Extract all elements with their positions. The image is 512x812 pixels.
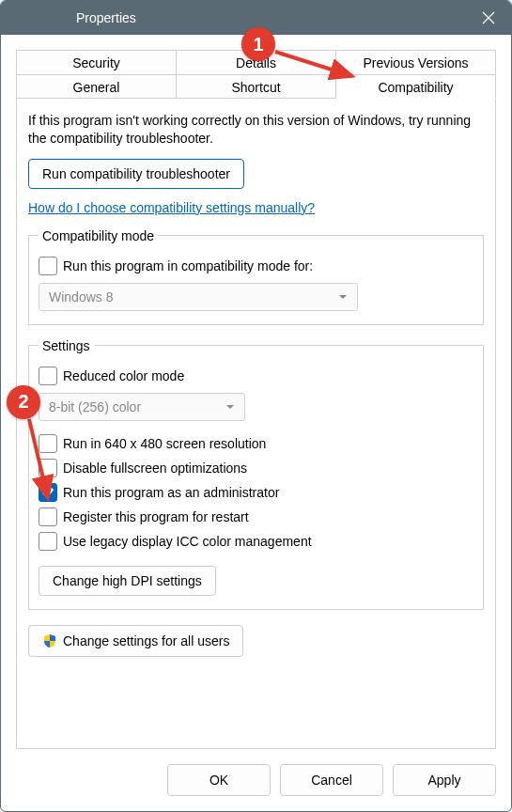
tab-general[interactable]: General bbox=[16, 74, 177, 99]
annotation-arrow-1 bbox=[272, 46, 365, 84]
annotation-step-1: 1 bbox=[241, 27, 275, 61]
annotation-step-2: 2 bbox=[7, 385, 40, 419]
settings-legend: Settings bbox=[39, 338, 94, 353]
register-restart-checkbox[interactable] bbox=[39, 508, 57, 526]
tab-security[interactable]: Security bbox=[16, 50, 177, 74]
compatibility-mode-legend: Compatibility mode bbox=[39, 228, 158, 243]
shield-icon bbox=[42, 633, 57, 648]
tab-body-compatibility: If this program isn't working correctly … bbox=[16, 98, 496, 749]
run-troubleshooter-button[interactable]: Run compatibility troubleshooter bbox=[28, 159, 244, 189]
reduced-color-label: Reduced color mode bbox=[63, 368, 184, 383]
content-area: 1 Security Details Previous Versions Gen… bbox=[1, 35, 511, 749]
legacy-icc-label: Use legacy display ICC color management bbox=[63, 534, 312, 549]
legacy-icc-checkbox[interactable] bbox=[39, 532, 57, 551]
dialog-footer: OK Cancel Apply bbox=[1, 749, 511, 811]
run-compatibility-mode-checkbox[interactable] bbox=[39, 257, 57, 275]
svg-line-3 bbox=[29, 419, 48, 498]
compatibility-os-select: Windows 8 bbox=[39, 283, 358, 311]
run-compatibility-mode-label: Run this program in compatibility mode f… bbox=[63, 258, 313, 273]
properties-window: Properties 1 Security Details Previous V… bbox=[0, 0, 512, 812]
disable-fullscreen-label: Disable fullscreen optimizations bbox=[63, 461, 247, 476]
chevron-down-icon bbox=[225, 402, 235, 412]
window-title: Properties bbox=[1, 10, 466, 25]
change-dpi-button[interactable]: Change high DPI settings bbox=[39, 566, 216, 596]
change-all-users-label: Change settings for all users bbox=[63, 633, 229, 648]
register-restart-label: Register this program for restart bbox=[63, 509, 249, 524]
compatibility-os-value: Windows 8 bbox=[49, 289, 113, 304]
color-depth-select: 8-bit (256) color bbox=[39, 393, 245, 421]
chevron-down-icon bbox=[338, 292, 348, 302]
svg-line-2 bbox=[275, 52, 352, 76]
intro-text: If this program isn't working correctly … bbox=[28, 112, 484, 148]
cancel-button[interactable]: Cancel bbox=[280, 764, 383, 796]
annotation-arrow-2 bbox=[22, 415, 59, 509]
run-640x480-label: Run in 640 x 480 screen resolution bbox=[63, 436, 266, 451]
ok-button[interactable]: OK bbox=[167, 764, 271, 796]
change-all-users-button[interactable]: Change settings for all users bbox=[28, 625, 243, 657]
reduced-color-checkbox[interactable] bbox=[39, 367, 57, 385]
apply-button[interactable]: Apply bbox=[393, 764, 496, 796]
settings-group: Settings 2 Reduced color mode 8-bit (256… bbox=[28, 338, 484, 610]
close-button[interactable] bbox=[466, 1, 511, 35]
compatibility-mode-group: Compatibility mode Run this program in c… bbox=[28, 228, 484, 325]
run-as-admin-label: Run this program as an administrator bbox=[63, 485, 279, 500]
color-depth-value: 8-bit (256) color bbox=[49, 399, 141, 414]
close-icon bbox=[482, 11, 495, 24]
help-link[interactable]: How do I choose compatibility settings m… bbox=[28, 200, 315, 215]
